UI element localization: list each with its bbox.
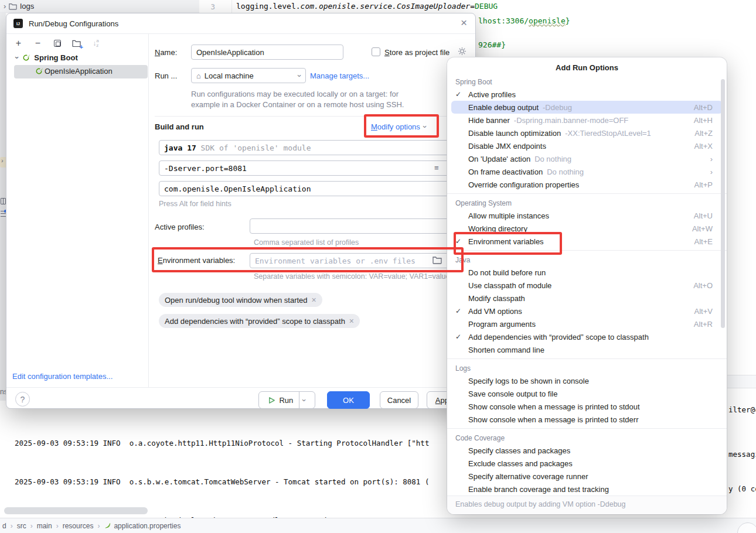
menu-item-do-not-build-before-run[interactable]: Do not build before run	[447, 266, 727, 279]
menu-item-on-update-action[interactable]: On 'Update' actionDo nothing›	[447, 152, 727, 165]
menu-separator	[447, 193, 727, 194]
ide-screen: › logs 3 logging.level.com.openisle.serv…	[0, 0, 756, 533]
tree-group-spring-boot[interactable]: › Spring Boot	[16, 53, 78, 62]
menu-item-shorten-command-line[interactable]: Shorten command line	[447, 343, 727, 356]
breadcrumb-item[interactable]: d	[2, 522, 17, 530]
breadcrumb-item-file[interactable]: application.properties	[104, 522, 181, 530]
menu-item-enable-debug-output[interactable]: Enable debug output-DdebugAlt+D	[451, 101, 723, 114]
sort-configurations-button[interactable]: ↓az	[91, 38, 101, 48]
dialog-titlebar: IJ Run/Debug Configurations	[6, 13, 475, 34]
console-fragment: messagi	[728, 450, 756, 459]
menu-item-allow-multiple-instances[interactable]: Allow multiple instancesAlt+U	[447, 209, 727, 222]
project-tree-row-logs[interactable]: › logs	[0, 0, 199, 13]
menu-item-add-dependencies-provided-scope[interactable]: Add dependencies with “provided” scope t…	[447, 330, 727, 343]
gear-icon[interactable]	[458, 47, 466, 56]
book-icon[interactable]	[1, 198, 6, 204]
run-console[interactable]: 2025-09-03 09:53:19 INFO o.a.coyote.http…	[15, 411, 429, 533]
menu-separator	[447, 250, 727, 251]
cancel-button[interactable]: Cancel	[380, 391, 418, 409]
help-button[interactable]: ?	[15, 392, 30, 406]
option-tag-provided-scope[interactable]: Add dependencies with “provided” scope t…	[159, 314, 360, 328]
tree-group-label: Spring Boot	[34, 53, 77, 62]
console-line: 2025-09-03 09:53:19 INFO o.a.coyote.http…	[15, 437, 429, 450]
target-hint-line2: example in a Docker Container or on a re…	[191, 100, 404, 109]
menu-item-disable-launch-optimization[interactable]: Disable launch optimization-XX:TieredSto…	[447, 127, 727, 139]
menu-item-working-directory[interactable]: Working directoryAlt+W	[447, 222, 727, 235]
menu-item-specify-logs-console[interactable]: Specify logs to be shown in console	[447, 374, 727, 387]
new-folder-button[interactable]: +	[71, 38, 81, 48]
target-hint-line1: Run configurations may be executed local…	[191, 90, 399, 98]
chevron-down-icon: ›	[295, 74, 304, 77]
play-icon	[268, 397, 275, 404]
close-icon[interactable]: ×	[461, 16, 467, 29]
menu-item-save-console-output[interactable]: Save console output to file	[447, 387, 727, 400]
run-target-select[interactable]: ⌂ Local machine ›	[191, 68, 306, 83]
menu-item-enable-branch-coverage[interactable]: Enable branch coverage and test tracking	[447, 483, 727, 496]
breadcrumb-item[interactable]: src	[17, 522, 37, 530]
active-profiles-input[interactable]	[250, 218, 469, 234]
section-label: Code Coverage	[447, 431, 727, 444]
notifications-icon[interactable]	[1, 211, 6, 217]
vm-options-field[interactable]: -Dserver.port=8081	[159, 160, 469, 176]
store-as-project-file-checkbox[interactable]	[372, 47, 380, 56]
breadcrumb-item[interactable]: resources	[63, 522, 104, 530]
checkmark-icon	[455, 237, 468, 245]
section-label: Java	[447, 253, 727, 266]
env-hint: Separate variables with semicolon: VAR=v…	[254, 272, 449, 281]
section-label: Logs	[447, 361, 727, 374]
option-tag-open-tool-window[interactable]: Open run/debug tool window when started×	[159, 293, 322, 307]
popup-hint-footer: Enables debug output by adding VM option…	[447, 496, 727, 514]
main-class-field[interactable]: com.openisle.OpenIsleApplication	[159, 181, 469, 196]
menu-item-environment-variables[interactable]: Environment variablesAlt+E	[447, 235, 727, 248]
edit-configuration-templates-link[interactable]: Edit configuration templates...	[12, 372, 113, 381]
environment-variables-label: Environment variables:	[158, 256, 235, 265]
intellij-logo: IJ	[13, 19, 23, 28]
menu-item-show-console-stderr[interactable]: Show console when a message is printed t…	[447, 413, 727, 426]
popup-title: Add Run Options	[447, 57, 727, 75]
menu-item-use-classpath-of-module[interactable]: Use classpath of moduleAlt+O	[447, 279, 727, 292]
modify-options-link[interactable]: Modify options ›	[371, 122, 426, 131]
manage-targets-link[interactable]: Manage targets...	[310, 71, 369, 80]
run-target-value: Local machine	[205, 71, 254, 80]
popup-scrollbar[interactable]	[721, 79, 725, 328]
line-number: 3	[203, 2, 215, 11]
menu-item-specify-classes-packages[interactable]: Specify classes and packages	[447, 444, 727, 457]
remove-configuration-button[interactable]: −	[33, 38, 43, 48]
breadcrumb-item[interactable]: main	[37, 522, 63, 530]
menu-item-hide-banner[interactable]: Hide banner-Dspring.main.banner-mode=OFF…	[447, 114, 727, 127]
spring-leaf-icon	[104, 522, 111, 529]
menu-item-on-frame-deactivation[interactable]: On frame deactivationDo nothing›	[447, 165, 727, 178]
panel-divider	[148, 34, 149, 387]
remove-tag-icon[interactable]: ×	[349, 316, 354, 326]
jre-field[interactable]: java 17 SDK of 'openisle' module	[159, 140, 469, 155]
menu-item-modify-classpath[interactable]: Modify classpath	[447, 292, 727, 305]
run-button[interactable]: Run ›	[258, 391, 315, 409]
expand-field-icon[interactable]: ≡	[434, 163, 439, 172]
build-and-run-label: Build and run	[155, 122, 204, 131]
horizontal-scrollbar[interactable]	[4, 507, 148, 514]
menu-item-active-profiles[interactable]: Active profiles	[447, 88, 727, 101]
tree-toolbar: + − + ↓az	[13, 38, 101, 48]
ok-button[interactable]: OK	[327, 391, 370, 409]
menu-item-program-arguments[interactable]: Program argumentsAlt+R	[447, 317, 727, 330]
store-as-project-file-label: Store as project file	[384, 48, 449, 57]
menu-item-override-configuration-properties[interactable]: Override configuration propertiesAlt+P	[447, 178, 727, 191]
tree-item-label: OpenIsleApplication	[45, 67, 113, 76]
browse-folder-icon[interactable]	[433, 255, 442, 264]
editor-code-line[interactable]: logging.level.com.openisle.service.CosIm…	[236, 2, 498, 11]
remove-tag-icon[interactable]: ×	[312, 295, 316, 305]
menu-item-specify-alternative-coverage-runner[interactable]: Specify alternative coverage runner	[447, 470, 727, 483]
add-run-options-popup: Add Run Options Spring Boot Active profi…	[447, 57, 727, 514]
menu-item-add-vm-options[interactable]: Add VM optionsAlt+V	[447, 305, 727, 317]
tree-item-openisleapplication[interactable]: OpenIsleApplication	[35, 67, 113, 76]
name-input[interactable]	[191, 45, 343, 60]
chevron-right-icon[interactable]: ›	[0, 157, 6, 168]
breadcrumb: d src main resources application.propert…	[0, 518, 756, 533]
chevron-down-icon[interactable]: ›	[300, 399, 309, 401]
copy-configuration-button[interactable]	[52, 38, 62, 48]
menu-item-show-console-stdout[interactable]: Show console when a message is printed t…	[447, 400, 727, 413]
add-configuration-button[interactable]: +	[13, 38, 23, 48]
alt-hint: Press Alt for field hints	[159, 200, 231, 208]
menu-item-disable-jmx-endpoints[interactable]: Disable JMX endpointsAlt+X	[447, 139, 727, 152]
menu-item-exclude-classes-packages[interactable]: Exclude classes and packages	[447, 457, 727, 470]
